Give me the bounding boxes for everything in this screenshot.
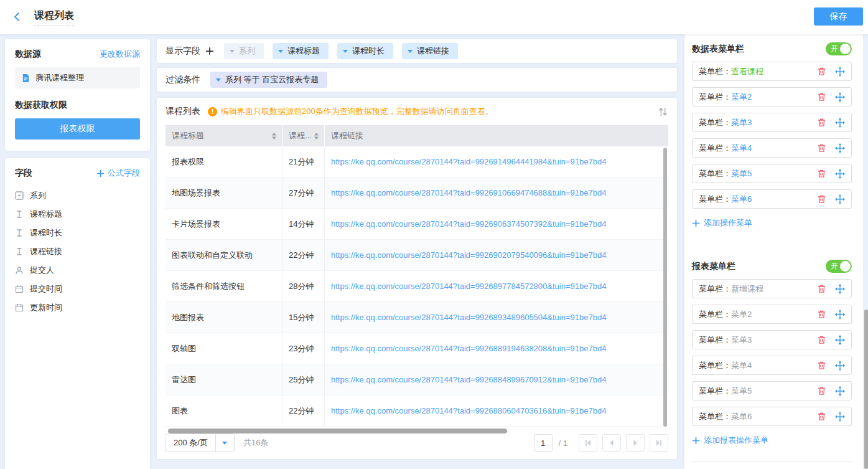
add-formula-field-link[interactable]: 公式字段 [96, 168, 140, 179]
menu-item-value[interactable]: 菜单3 [731, 334, 752, 346]
menu-item[interactable]: 菜单栏：菜单6 [692, 189, 852, 209]
menu-item-value[interactable]: 菜单4 [731, 143, 752, 154]
datasource-item[interactable]: 腾讯课程整理 [15, 67, 140, 88]
field-item[interactable]: 课程链接 [15, 242, 140, 261]
course-link[interactable]: https://ke.qq.com/course/2870144?taid=99… [331, 375, 606, 384]
trash-icon[interactable] [817, 284, 826, 293]
course-link[interactable]: https://ke.qq.com/course/2870144?taid=99… [331, 157, 606, 166]
menu-item[interactable]: 菜单栏：菜单2 [692, 87, 852, 107]
move-icon[interactable] [835, 67, 845, 77]
menu-item-value[interactable]: 菜单6 [731, 411, 752, 422]
display-field-tag[interactable]: 课程时长 [337, 43, 393, 59]
text-field-icon [15, 229, 24, 237]
move-icon[interactable] [835, 284, 845, 294]
course-link[interactable]: https://ke.qq.com/course/2870144?taid=99… [331, 282, 606, 291]
toggle-on[interactable]: 开 [826, 260, 852, 273]
menu-item[interactable]: 菜单栏：菜单5 [692, 164, 852, 183]
trash-icon[interactable] [817, 169, 826, 178]
menu-item[interactable]: 菜单栏：新增课程 [692, 279, 852, 298]
plus-icon [692, 437, 700, 445]
first-page-button[interactable] [579, 434, 597, 452]
sort-order-icon[interactable] [658, 107, 668, 117]
menu-item-value[interactable]: 菜单5 [731, 386, 752, 397]
move-icon[interactable] [835, 361, 845, 371]
save-button[interactable]: 保存 [814, 7, 863, 26]
field-item[interactable]: 系列 [15, 186, 140, 205]
next-page-button[interactable] [626, 434, 645, 452]
filter-condition-tag[interactable]: 系列 等于 百宝云报表专题 [210, 72, 327, 88]
course-link[interactable]: https://ke.qq.com/course/2870144?taid=99… [331, 406, 606, 415]
trash-icon[interactable] [817, 92, 826, 102]
menu-item[interactable]: 菜单栏：菜单5 [692, 381, 852, 400]
menu-item[interactable]: 菜单栏：菜单2 [692, 305, 852, 324]
course-link[interactable]: https://ke.qq.com/course/2870144?taid=99… [331, 313, 606, 322]
menu-item[interactable]: 菜单栏：菜单3 [692, 113, 852, 132]
course-link[interactable]: https://ke.qq.com/course/2870144?taid=99… [331, 250, 606, 260]
move-icon[interactable] [835, 194, 845, 204]
trash-icon[interactable] [817, 310, 826, 319]
menu-item[interactable]: 菜单栏：查看课程 [692, 62, 852, 81]
move-icon[interactable] [835, 310, 845, 320]
move-icon[interactable] [835, 169, 845, 179]
move-icon[interactable] [835, 386, 845, 396]
trash-icon[interactable] [817, 194, 826, 204]
menu-item-actions [817, 143, 845, 153]
menu-item-value[interactable]: 新增课程 [731, 283, 763, 295]
caret-down-icon [216, 78, 221, 84]
trash-icon[interactable] [817, 67, 826, 76]
move-icon[interactable] [835, 335, 845, 345]
menu-item[interactable]: 菜单栏：菜单3 [692, 330, 852, 349]
field-item[interactable]: 更新时间 [15, 298, 140, 317]
field-item[interactable]: 课程标题 [15, 205, 140, 224]
caret-down-icon [278, 50, 283, 55]
menu-item[interactable]: 菜单栏：菜单6 [692, 407, 852, 426]
change-datasource-link[interactable]: 更改数据源 [100, 49, 140, 60]
display-field-tag[interactable]: 课程链接 [402, 43, 458, 59]
move-icon[interactable] [835, 118, 845, 128]
current-page-input[interactable]: 1 [534, 434, 553, 452]
trash-icon[interactable] [817, 143, 826, 153]
field-item[interactable]: 提交时间 [15, 280, 140, 298]
menu-item-value[interactable]: 查看课程 [731, 66, 763, 77]
column-header[interactable]: 课程... [282, 125, 325, 146]
add-display-field-icon[interactable] [205, 47, 214, 55]
menu-item-value[interactable]: 菜单5 [731, 168, 752, 179]
move-icon[interactable] [835, 412, 845, 422]
back-icon[interactable] [12, 12, 22, 22]
page-size-select[interactable]: 200 条/页 [166, 433, 235, 452]
trash-icon[interactable] [817, 118, 826, 127]
menu-item[interactable]: 菜单栏：菜单4 [692, 356, 852, 375]
menu-item[interactable]: 菜单栏：菜单4 [692, 138, 852, 158]
move-icon[interactable] [835, 143, 845, 153]
course-link[interactable]: https://ke.qq.com/course/2870144?taid=99… [331, 219, 606, 229]
menu-item-value[interactable]: 菜单2 [731, 309, 752, 320]
move-icon[interactable] [835, 92, 845, 102]
field-item[interactable]: 提交人 [15, 261, 140, 280]
table-scrollbar[interactable] [663, 148, 667, 427]
last-page-button[interactable] [650, 434, 668, 452]
course-duration: 23分钟 [289, 343, 314, 354]
menu-item-value[interactable]: 菜单4 [731, 360, 752, 371]
report-permission-button[interactable]: 报表权限 [15, 118, 140, 140]
page-scrollbar[interactable] [864, 310, 868, 469]
menu-item-value[interactable]: 菜单6 [731, 194, 752, 205]
trash-icon[interactable] [817, 335, 826, 344]
display-field-tag[interactable]: 系列 [224, 43, 264, 59]
trash-icon[interactable] [817, 412, 826, 421]
page-title[interactable]: 课程列表 [34, 9, 74, 26]
trash-icon[interactable] [817, 361, 826, 370]
trash-icon[interactable] [817, 386, 826, 396]
menu-item-prefix: 菜单栏： [699, 143, 731, 154]
toggle-on[interactable]: 开 [826, 42, 852, 55]
menu-item-value[interactable]: 菜单3 [731, 117, 752, 128]
field-item[interactable]: 课程时长 [15, 224, 140, 242]
add-menu-link[interactable]: 添加操作菜单 [692, 217, 852, 229]
menu-item-value[interactable]: 菜单2 [731, 92, 752, 103]
table-row: 双轴图23分钟https://ke.qq.com/course/2870144?… [166, 333, 668, 364]
prev-page-button[interactable] [602, 434, 621, 452]
column-header[interactable]: 课程标题 [166, 125, 282, 146]
add-menu-link[interactable]: 添加报表操作菜单 [692, 435, 852, 446]
course-link[interactable]: https://ke.qq.com/course/2870144?taid=99… [331, 344, 606, 353]
display-field-tag[interactable]: 课程标题 [273, 43, 329, 59]
course-link[interactable]: https://ke.qq.com/course/2870144?taid=99… [331, 188, 606, 197]
